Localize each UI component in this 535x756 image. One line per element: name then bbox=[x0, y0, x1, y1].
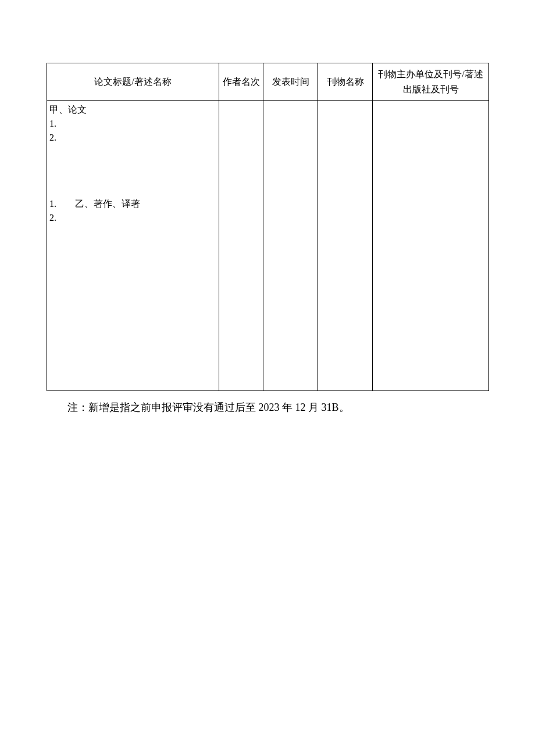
header-title: 论文标题/著述名称 bbox=[47, 63, 219, 101]
cell-title-body: 甲、论文 1. 2. 1. 乙、著作、译著 2. bbox=[47, 101, 219, 391]
cell-publisher bbox=[373, 101, 489, 391]
section-b-heading: 乙、著作、译著 bbox=[75, 199, 140, 209]
table-row: 甲、论文 1. 2. 1. 乙、著作、译著 2. bbox=[47, 101, 489, 391]
cell-author-rank bbox=[219, 101, 263, 391]
cell-journal-name bbox=[318, 101, 373, 391]
list-item: 2. bbox=[49, 211, 216, 225]
section-a-heading: 甲、论文 bbox=[49, 103, 216, 117]
footnote: 注：新增是指之前申报评审没有通过后至 2023 年 12 月 31B。 bbox=[47, 398, 488, 417]
header-publisher: 刊物主办单位及刊号/著述出版社及刊号 bbox=[373, 63, 489, 101]
header-journal-name: 刊物名称 bbox=[318, 63, 373, 101]
footnote-label: 注： bbox=[67, 402, 88, 413]
publications-table: 论文标题/著述名称 作者名次 发表时间 刊物名称 刊物主办单位及刊号/著述出版社… bbox=[47, 63, 489, 391]
section-works: 1. 乙、著作、译著 2. bbox=[49, 197, 216, 225]
cell-publish-date bbox=[263, 101, 318, 391]
footnote-text: 新增是指之前申报评审没有通过后至 2023 年 12 月 31B。 bbox=[88, 402, 349, 413]
section-papers: 甲、论文 1. 2. bbox=[49, 103, 216, 145]
list-item: 1. bbox=[49, 117, 216, 131]
table-body: 甲、论文 1. 2. 1. 乙、著作、译著 2. bbox=[47, 101, 489, 391]
document-page: 论文标题/著述名称 作者名次 发表时间 刊物名称 刊物主办单位及刊号/著述出版社… bbox=[47, 63, 488, 417]
table-header: 论文标题/著述名称 作者名次 发表时间 刊物名称 刊物主办单位及刊号/著述出版社… bbox=[47, 63, 489, 101]
table-header-row: 论文标题/著述名称 作者名次 发表时间 刊物名称 刊物主办单位及刊号/著述出版社… bbox=[47, 63, 489, 101]
list-item: 2. bbox=[49, 131, 216, 145]
header-publish-date: 发表时间 bbox=[263, 63, 318, 101]
header-author-rank: 作者名次 bbox=[219, 63, 263, 101]
section-b-heading-row: 1. 乙、著作、译著 bbox=[49, 197, 216, 211]
list-item-prefix: 1. bbox=[49, 197, 73, 211]
